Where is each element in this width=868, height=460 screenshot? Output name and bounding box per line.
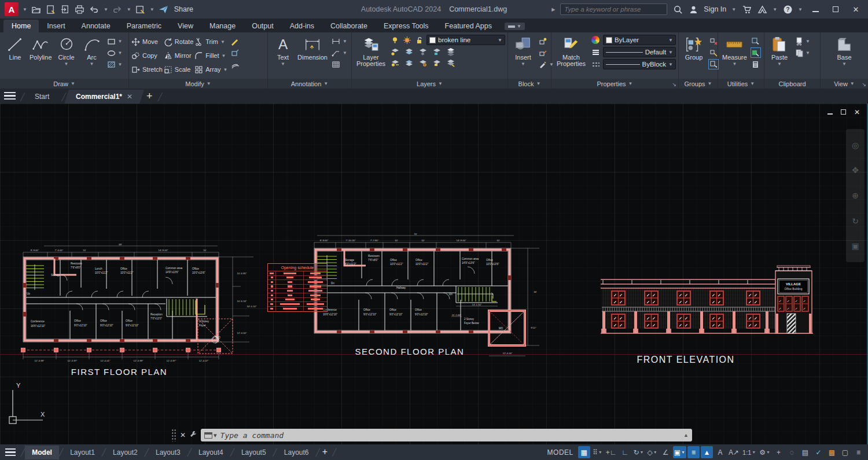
explode-icon[interactable]	[230, 48, 239, 57]
layer-off-icon[interactable]	[418, 47, 427, 56]
ribbon-collapse-button[interactable]: ▼	[505, 23, 525, 30]
tab-manage[interactable]: Manage	[201, 20, 244, 32]
tab-express-tools[interactable]: Express Tools	[376, 20, 437, 32]
second-floor-plan[interactable]: 74' 8'-9.00" 7'-10.20" 7'-7.80" 10' 10' …	[312, 232, 544, 362]
command-line[interactable]: ▾ ▲	[201, 429, 692, 441]
infer-constraints-toggle[interactable]: +∟	[605, 446, 618, 458]
new-layout-button[interactable]: +	[322, 447, 328, 457]
customize-wrench-icon[interactable]	[189, 430, 197, 440]
move-button[interactable]: Move	[131, 35, 163, 49]
panel-title-draw[interactable]: Draw▼	[0, 79, 128, 89]
autoscale-toggle[interactable]: A↗	[727, 446, 740, 458]
linetype-icon[interactable]	[591, 60, 600, 69]
ungroup-icon[interactable]	[709, 36, 718, 46]
workspace-gear-icon[interactable]: ⚙▼	[758, 446, 771, 458]
orbit-icon[interactable]: ↻	[852, 216, 859, 226]
share-label[interactable]: Share	[174, 5, 193, 13]
layer-freeze-icon[interactable]	[404, 47, 413, 56]
batch-plot-icon[interactable]	[135, 4, 146, 14]
trim-button[interactable]: Trim▼	[194, 35, 227, 49]
panel-title-utilities[interactable]: Utilities▼	[718, 79, 764, 89]
layer-thaw-icon[interactable]	[402, 35, 411, 45]
redo-caret-icon[interactable]: ▼	[127, 7, 131, 12]
qat-customize-caret-icon[interactable]: ▼	[150, 7, 155, 12]
panel-title-layers[interactable]: Layers▼	[352, 79, 507, 89]
panel-title-modify[interactable]: Modify▼	[129, 79, 267, 89]
command-options-icon[interactable]: ▾	[204, 432, 217, 439]
edit-block-icon[interactable]	[538, 48, 547, 57]
table-icon[interactable]	[332, 60, 341, 69]
minimize-button[interactable]	[808, 5, 823, 14]
paste-button[interactable]: Paste▼	[767, 35, 792, 68]
vp-restore-button[interactable]	[841, 108, 846, 116]
color-select[interactable]: ByLayer▼	[603, 35, 676, 45]
close-tab-icon[interactable]: ✕	[127, 93, 133, 101]
scale-button[interactable]: Scale	[164, 62, 193, 76]
color-wheel-icon[interactable]	[591, 35, 600, 45]
lineweight-select[interactable]: Default▼	[603, 47, 676, 57]
layer-merge-icon[interactable]	[446, 58, 455, 67]
ellipse-icon[interactable]	[107, 48, 116, 57]
export-icon[interactable]	[60, 4, 71, 14]
command-grip-handle[interactable]	[171, 429, 176, 441]
block-attributes-icon[interactable]	[538, 60, 547, 69]
pan-icon[interactable]: ✥	[852, 165, 859, 175]
insert-button[interactable]: Insert▼	[510, 35, 536, 68]
panel-title-view[interactable]: View▼↘	[821, 79, 868, 89]
command-input[interactable]	[220, 431, 680, 440]
drawing-canvas[interactable]: ✕ ◎ ✥ ⊕ ↻ ▣	[0, 104, 868, 444]
navwheel-icon[interactable]: ◎	[852, 141, 859, 150]
copy-clip-icon[interactable]	[795, 48, 804, 57]
zoom-icon[interactable]: ⊕	[852, 191, 859, 200]
app-menu-caret-icon[interactable]: ▼	[23, 7, 27, 12]
model-space-label[interactable]: MODEL	[547, 448, 573, 457]
trusted-autosave-icon[interactable]: ✓	[812, 446, 825, 458]
panel-title-groups[interactable]: Groups▼	[679, 79, 718, 89]
layer-on-icon[interactable]	[390, 35, 399, 45]
app-store-cart-icon[interactable]	[741, 4, 752, 14]
cut-icon[interactable]	[795, 36, 804, 46]
leader-icon[interactable]	[332, 48, 341, 57]
panel-title-annotation[interactable]: Annotation▼	[268, 79, 351, 89]
tab-start[interactable]: Start	[23, 90, 61, 104]
autodesk-logo-icon[interactable]	[757, 4, 767, 14]
command-close-icon[interactable]: ✕	[180, 431, 186, 439]
layer-select[interactable]: broken line▼	[426, 35, 505, 45]
maximize-button[interactable]	[828, 5, 843, 14]
graphics-performance-icon[interactable]: ▩	[826, 446, 838, 458]
osnap-toggle[interactable]: ▣▼	[673, 446, 686, 458]
linear-dim-icon[interactable]	[332, 36, 341, 46]
base-button[interactable]: Base▼	[832, 35, 857, 68]
opening-schedule-table[interactable]: Opening schedule	[267, 263, 328, 312]
isolate-objects-toggle[interactable]: ◌	[786, 446, 798, 458]
quick-calc-icon[interactable]	[751, 60, 760, 69]
panel-title-properties[interactable]: Properties▼↘	[551, 79, 678, 89]
tab-collaborate[interactable]: Collaborate	[322, 20, 376, 32]
tab-home[interactable]: Home	[3, 20, 39, 32]
offset-icon[interactable]	[230, 60, 239, 69]
lineweight-toggle[interactable]: ≡	[687, 446, 700, 458]
tab-view[interactable]: View	[170, 20, 201, 32]
ortho-toggle[interactable]: ∟	[619, 446, 631, 458]
panel-title-clipboard[interactable]: Clipboard	[764, 79, 820, 89]
plot-status-icon[interactable]: ▤	[799, 446, 811, 458]
layer-properties-button[interactable]: LayerProperties	[354, 35, 388, 68]
polyline-button[interactable]: Polyline	[28, 35, 54, 62]
undo-caret-icon[interactable]: ▼	[104, 7, 108, 12]
search-icon[interactable]	[672, 4, 683, 14]
measure-button[interactable]: Measure▼	[720, 35, 749, 68]
layer-prev-icon[interactable]	[404, 58, 413, 67]
vp-minimize-button[interactable]	[827, 108, 833, 116]
copy-button[interactable]: Copy	[131, 49, 163, 62]
tab-layout3[interactable]: Layout3	[149, 446, 187, 459]
sign-in-label[interactable]: Sign In	[704, 5, 726, 13]
snap-toggle[interactable]: ⠿▼	[591, 446, 604, 458]
help-icon[interactable]: ?	[782, 4, 793, 14]
match-properties-button[interactable]: MatchProperties	[554, 35, 589, 68]
plot-icon[interactable]	[75, 4, 85, 14]
customization-menu-icon[interactable]: ≡	[852, 446, 865, 458]
new-drawing-button[interactable]: +	[146, 90, 153, 102]
vp-close-button[interactable]: ✕	[854, 108, 860, 116]
user-icon[interactable]	[688, 4, 698, 14]
command-history-icon[interactable]: ▲	[683, 432, 689, 438]
